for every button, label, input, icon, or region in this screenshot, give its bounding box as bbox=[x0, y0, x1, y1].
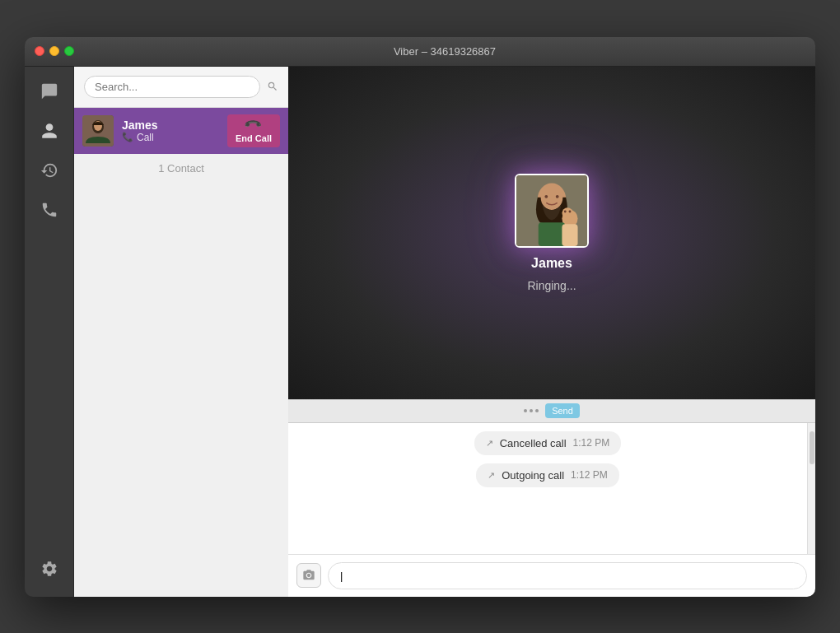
outgoing-call-time: 1:12 PM bbox=[571, 469, 608, 481]
contact-status: 📞 Call bbox=[122, 132, 219, 143]
sidebar bbox=[25, 67, 74, 597]
message-input[interactable] bbox=[328, 562, 807, 589]
contacts-count: 1 Contact bbox=[74, 154, 288, 183]
search-input[interactable] bbox=[84, 76, 260, 98]
close-button[interactable] bbox=[35, 46, 44, 56]
minimize-button[interactable] bbox=[49, 46, 59, 56]
search-bar bbox=[74, 67, 288, 108]
scrollbar[interactable] bbox=[807, 423, 815, 554]
maximize-button[interactable] bbox=[64, 46, 74, 56]
svg-point-8 bbox=[556, 194, 559, 198]
avatar-image bbox=[82, 115, 114, 147]
svg-point-11 bbox=[564, 210, 567, 212]
sidebar-item-contacts[interactable] bbox=[31, 113, 68, 149]
sidebar-item-chat[interactable] bbox=[31, 73, 68, 109]
chat-panel-header: Send bbox=[288, 400, 815, 423]
message-outgoing-call: ↗ Outgoing call 1:12 PM bbox=[476, 463, 619, 487]
chat-dots bbox=[524, 409, 539, 412]
svg-rect-14 bbox=[562, 224, 577, 246]
svg-point-12 bbox=[569, 210, 572, 212]
cancelled-call-label: Cancelled call bbox=[500, 437, 567, 449]
scrollbar-thumb bbox=[810, 431, 814, 464]
dot-3 bbox=[535, 409, 539, 412]
sidebar-item-dialpad[interactable] bbox=[31, 192, 68, 228]
chat-panel: Send ↗ Cancelled call 1:12 PM ↗ Outgoing… bbox=[288, 399, 815, 597]
main-content: James 📞 Call 📞 End Call 1 Contact bbox=[25, 67, 815, 597]
svg-point-10 bbox=[562, 207, 572, 218]
svg-point-6 bbox=[541, 184, 563, 210]
svg-rect-13 bbox=[539, 222, 565, 246]
caller-ringing-status: Ringing... bbox=[527, 279, 576, 292]
contact-info: James 📞 Call bbox=[122, 119, 219, 143]
sidebar-item-settings[interactable] bbox=[31, 551, 68, 587]
avatar bbox=[82, 115, 114, 147]
message-cancelled-call: ↗ Cancelled call 1:12 PM bbox=[474, 431, 622, 455]
send-button[interactable]: Send bbox=[545, 403, 580, 418]
phone-icon: 📞 bbox=[122, 132, 133, 142]
contact-item-james[interactable]: James 📞 Call 📞 End Call bbox=[74, 108, 288, 154]
camera-button[interactable] bbox=[296, 563, 321, 588]
dot-2 bbox=[530, 409, 533, 412]
call-view: James Ringing... bbox=[288, 67, 815, 399]
search-icon bbox=[267, 81, 278, 92]
chat-input-area bbox=[288, 554, 815, 597]
outgoing-call-icon: ↗ bbox=[488, 470, 495, 481]
title-bar: Viber – 34619326867 bbox=[25, 37, 815, 67]
caller-avatar bbox=[515, 174, 589, 248]
dot-1 bbox=[524, 409, 527, 412]
traffic-lights bbox=[35, 46, 74, 56]
caller-avatar-image bbox=[516, 174, 587, 248]
window-title: Viber – 34619326867 bbox=[84, 45, 805, 58]
chat-messages: ↗ Cancelled call 1:12 PM ↗ Outgoing call… bbox=[288, 423, 807, 554]
cancelled-call-time: 1:12 PM bbox=[573, 437, 610, 449]
sidebar-item-recents[interactable] bbox=[31, 152, 68, 189]
outgoing-call-label: Outgoing call bbox=[502, 469, 564, 482]
right-panel: James Ringing... Send bbox=[288, 67, 815, 597]
contacts-panel: James 📞 Call 📞 End Call 1 Contact bbox=[74, 67, 288, 597]
cancelled-call-icon: ↗ bbox=[486, 438, 493, 449]
contact-name: James bbox=[122, 119, 219, 132]
end-call-button[interactable]: 📞 End Call bbox=[227, 114, 280, 147]
app-window: Viber – 34619326867 bbox=[25, 37, 815, 597]
camera-icon bbox=[302, 569, 315, 582]
svg-point-7 bbox=[544, 194, 548, 198]
end-call-phone-icon: 📞 bbox=[244, 115, 263, 134]
caller-name: James bbox=[531, 256, 572, 271]
caller-info: James Ringing... bbox=[515, 174, 589, 292]
